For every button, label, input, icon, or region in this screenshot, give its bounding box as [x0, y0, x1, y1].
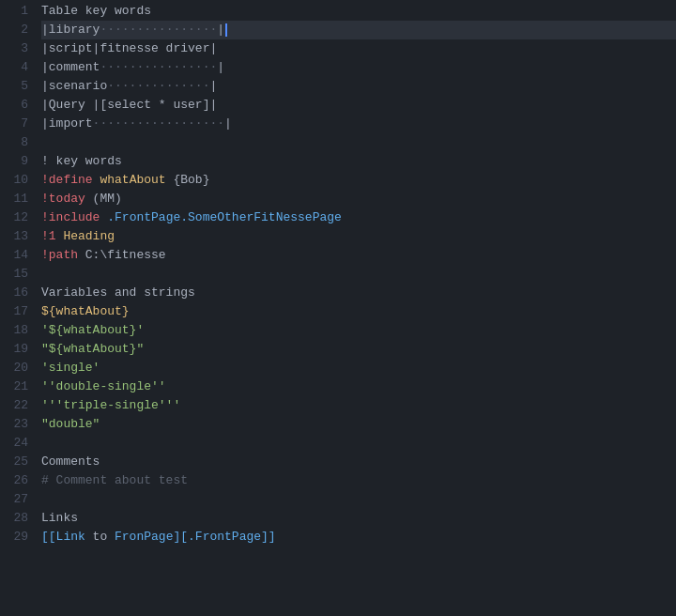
code-segment-7-2: |	[224, 116, 232, 131]
line-number-8: 8	[0, 133, 38, 152]
line-number-1: 1	[0, 2, 38, 21]
line-number-25: 25	[0, 453, 38, 471]
code-line-23: "double"	[41, 415, 676, 434]
code-line-24	[41, 434, 676, 453]
code-line-29: [[Link to FronPage][.FrontPage]]	[41, 528, 676, 547]
text-cursor	[225, 23, 227, 37]
code-line-14: !path C:\fitnesse	[41, 246, 676, 265]
code-area[interactable]: Table key words|library················|…	[38, 0, 676, 616]
code-segment-18-0: '${whatAbout}'	[41, 323, 144, 337]
line-number-21: 21	[0, 377, 38, 396]
code-line-20: 'single'	[41, 359, 676, 377]
code-segment-13-0: !1	[41, 229, 63, 243]
code-segment-10-0: !define	[41, 173, 100, 187]
code-segment-12-1: .FrontPage.SomeOtherFitNessePage	[100, 210, 341, 224]
line-number-2: 2	[0, 21, 38, 39]
code-segment-14-1: C:\fitnesse	[85, 248, 166, 262]
code-segment-23-0: "double"	[41, 417, 100, 431]
line-number-24: 24	[0, 434, 38, 453]
code-segment-5-2: |	[209, 79, 217, 93]
line-number-22: 22	[0, 396, 38, 415]
code-line-18: '${whatAbout}'	[41, 321, 676, 340]
code-line-9: ! key words	[41, 152, 676, 171]
code-segment-17-0: ${whatAbout}	[41, 304, 130, 318]
code-segment-11-1: (MM)	[85, 192, 122, 206]
code-segment-2-2: |	[217, 23, 224, 37]
code-segment-7-0: |import	[41, 116, 93, 131]
code-line-17: ${whatAbout}	[41, 302, 676, 321]
code-segment-4-2: |	[217, 60, 224, 74]
code-line-2: |library················|	[41, 21, 676, 39]
line-number-7: 7	[0, 115, 38, 133]
code-line-25: Comments	[41, 453, 676, 471]
code-segment-21-0: ''double-single''	[41, 379, 166, 393]
code-segment-3-0: |script|fitnesse driver|	[41, 41, 217, 55]
code-segment-19-0: "${whatAbout}"	[41, 342, 144, 356]
line-number-4: 4	[0, 58, 38, 77]
code-segment-29-0: [[Link	[41, 530, 93, 544]
code-line-22: '''triple-single'''	[41, 396, 676, 415]
line-number-13: 13	[0, 227, 38, 246]
code-editor: 1234567891011121314151617181920212223242…	[0, 0, 676, 616]
line-number-10: 10	[0, 171, 38, 190]
line-number-16: 16	[0, 284, 38, 302]
code-segment-29-2: FronPage][.FrontPage]]	[107, 530, 275, 544]
line-number-3: 3	[0, 39, 38, 58]
line-number-20: 20	[0, 359, 38, 377]
line-number-18: 18	[0, 321, 38, 340]
code-segment-10-1: whatAbout	[100, 173, 165, 187]
code-segment-4-1: ················	[100, 60, 217, 74]
line-numbers: 1234567891011121314151617181920212223242…	[0, 0, 38, 616]
code-line-16: Variables and strings	[41, 284, 676, 302]
line-number-28: 28	[0, 509, 38, 528]
code-segment-11-0: !today	[41, 192, 85, 206]
line-number-14: 14	[0, 246, 38, 265]
line-number-12: 12	[0, 208, 38, 227]
code-segment-12-0: !include	[41, 210, 100, 224]
line-number-11: 11	[0, 190, 38, 208]
code-line-10: !define whatAbout {Bob}	[41, 171, 676, 190]
code-line-5: |scenario··············|	[41, 77, 676, 96]
line-number-23: 23	[0, 415, 38, 434]
line-number-26: 26	[0, 471, 38, 490]
code-segment-5-0: |scenario	[41, 79, 107, 93]
code-segment-28-0: Links	[41, 511, 78, 525]
line-number-29: 29	[0, 528, 38, 547]
code-segment-2-1: ················	[100, 23, 217, 37]
line-number-5: 5	[0, 77, 38, 96]
line-number-27: 27	[0, 490, 38, 509]
code-segment-4-0: |comment	[41, 60, 100, 74]
code-line-28: Links	[41, 509, 676, 528]
code-line-21: ''double-single''	[41, 377, 676, 396]
code-segment-25-0: Comments	[41, 454, 100, 469]
code-segment-26-0: # Comment about test	[41, 473, 188, 487]
line-number-15: 15	[0, 265, 38, 284]
code-line-27	[41, 490, 676, 509]
code-segment-29-1: to	[93, 530, 108, 544]
code-line-11: !today (MM)	[41, 190, 676, 208]
code-segment-6-0: |Query |[select * user]|	[41, 98, 217, 112]
code-line-7: |import··················|	[41, 115, 676, 133]
code-segment-14-0: !path	[41, 248, 85, 262]
code-segment-10-2: {Bob}	[166, 173, 210, 187]
code-line-3: |script|fitnesse driver|	[41, 39, 676, 58]
code-line-8	[41, 133, 676, 152]
code-line-6: |Query |[select * user]|	[41, 96, 676, 115]
code-line-12: !include .FrontPage.SomeOtherFitNessePag…	[41, 208, 676, 227]
code-segment-5-1: ··············	[107, 79, 209, 93]
code-line-4: |comment················|	[41, 58, 676, 77]
code-segment-1-0: Table key words	[41, 4, 151, 18]
code-line-1: Table key words	[41, 2, 676, 21]
line-number-6: 6	[0, 96, 38, 115]
code-segment-20-0: 'single'	[41, 361, 100, 375]
line-number-9: 9	[0, 152, 38, 171]
line-number-17: 17	[0, 302, 38, 321]
code-line-19: "${whatAbout}"	[41, 340, 676, 359]
code-segment-9-0: ! key words	[41, 154, 122, 168]
code-segment-2-0: |library	[41, 23, 100, 37]
code-line-15	[41, 265, 676, 284]
code-segment-13-1: Heading	[63, 229, 115, 243]
code-segment-7-1: ··················	[93, 116, 224, 131]
line-number-19: 19	[0, 340, 38, 359]
code-segment-22-0: '''triple-single'''	[41, 398, 180, 412]
